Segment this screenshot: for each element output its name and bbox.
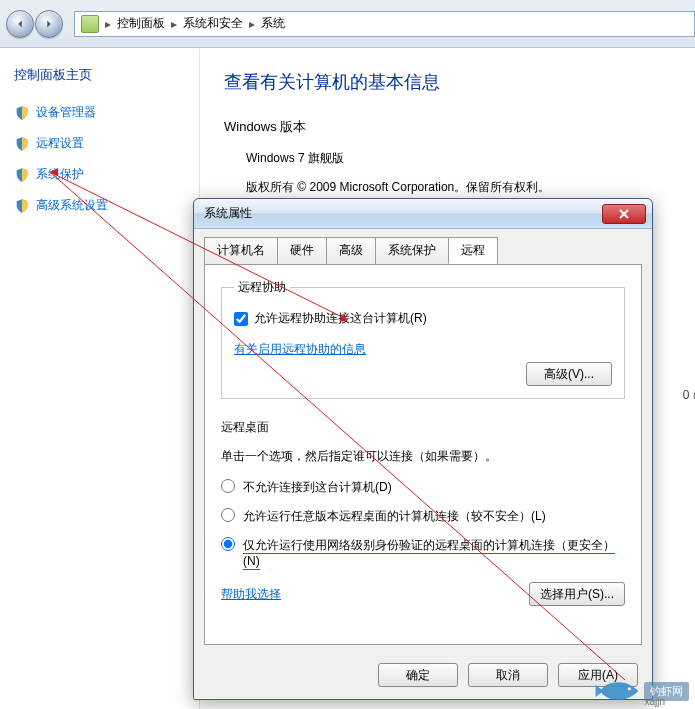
cancel-button[interactable]: 取消 [468,663,548,687]
sidebar-item-system-protection[interactable]: 系统保护 [14,166,185,183]
allow-remote-assist-checkbox[interactable] [234,312,248,326]
svg-point-4 [628,687,631,690]
watermark: 钓虾网 [594,677,689,705]
close-button[interactable] [602,204,646,224]
radio-allow-nla[interactable] [221,537,235,551]
remote-desktop-desc: 单击一个选项，然后指定谁可以连接（如果需要）。 [221,448,625,465]
crumb-system[interactable]: 系统 [261,15,285,32]
section-windows-edition: Windows 版本 [224,118,671,136]
back-button[interactable] [6,10,34,38]
shield-icon [14,105,30,121]
chevron-right-icon: ▸ [105,17,111,31]
control-panel-icon [81,15,99,33]
sidebar-item-advanced-settings[interactable]: 高级系统设置 [14,197,185,214]
remote-desktop-group: 远程桌面 单击一个选项，然后指定谁可以连接（如果需要）。 不允许连接到这台计算机… [221,419,625,606]
shield-icon [14,167,30,183]
sidebar-item-label: 系统保护 [36,166,84,183]
tab-system-protection[interactable]: 系统保护 [375,237,449,264]
sidebar-item-label: 设备管理器 [36,104,96,121]
remote-assist-advanced-button[interactable]: 高级(V)... [526,362,612,386]
radio-allow-any-label: 允许运行任意版本远程桌面的计算机连接（较不安全）(L) [243,508,625,525]
tab-hardware[interactable]: 硬件 [277,237,327,264]
ok-button[interactable]: 确定 [378,663,458,687]
truncated-text: 0 @ 2 [683,388,695,402]
sidebar-item-device-manager[interactable]: 设备管理器 [14,104,185,121]
dialog-title: 系统属性 [204,205,602,222]
radio-allow-any[interactable] [221,508,235,522]
sidebar: 控制面板主页 设备管理器 远程设置 系统保护 高级系统设置 [0,48,200,709]
radio-dont-allow[interactable] [221,479,235,493]
chevron-right-icon: ▸ [249,17,255,31]
close-icon [618,208,630,220]
remote-assistance-legend: 远程协助 [234,279,290,296]
tab-remote[interactable]: 远程 [448,237,498,264]
watermark-url: xajjn [644,696,665,707]
arrow-left-icon [13,17,27,31]
select-users-button[interactable]: 选择用户(S)... [529,582,625,606]
system-properties-dialog: 系统属性 计算机名 硬件 高级 系统保护 远程 远程协助 允许远程协助连接这台计… [193,198,653,700]
dialog-button-row: 确定 取消 应用(A) [194,655,652,699]
sidebar-item-remote-settings[interactable]: 远程设置 [14,135,185,152]
sidebar-item-label: 高级系统设置 [36,197,108,214]
allow-remote-assist-label: 允许远程协助连接这台计算机(R) [254,310,427,327]
radio-allow-nla-label: 仅允许运行使用网络级别身份验证的远程桌面的计算机连接（更安全）(N) [243,537,625,571]
tab-remote-panel: 远程协助 允许远程协助连接这台计算机(R) 有关启用远程协助的信息 高级(V).… [204,264,642,645]
edition-value: Windows 7 旗舰版 [246,150,671,167]
chevron-right-icon: ▸ [171,17,177,31]
dialog-tabs: 计算机名 硬件 高级 系统保护 远程 [194,229,652,264]
fish-icon [594,677,640,705]
help-me-choose-link[interactable]: 帮助我选择 [221,586,281,603]
radio-dont-allow-label: 不允许连接到这台计算机(D) [243,479,625,496]
crumb-control-panel[interactable]: 控制面板 [117,15,165,32]
crumb-system-security[interactable]: 系统和安全 [183,15,243,32]
explorer-navbar: ▸ 控制面板 ▸ 系统和安全 ▸ 系统 [0,0,695,48]
forward-button[interactable] [35,10,63,38]
remote-assistance-group: 远程协助 允许远程协助连接这台计算机(R) 有关启用远程协助的信息 高级(V).… [221,279,625,399]
arrow-right-icon [42,17,56,31]
sidebar-item-label: 远程设置 [36,135,84,152]
remote-assist-info-link[interactable]: 有关启用远程协助的信息 [234,341,612,358]
dialog-titlebar[interactable]: 系统属性 [194,199,652,229]
breadcrumb[interactable]: ▸ 控制面板 ▸ 系统和安全 ▸ 系统 [74,11,695,37]
shield-icon [14,198,30,214]
copyright-line: 版权所有 © 2009 Microsoft Corporation。保留所有权利… [246,179,671,196]
page-title: 查看有关计算机的基本信息 [224,70,671,94]
sidebar-heading[interactable]: 控制面板主页 [14,66,185,84]
shield-icon [14,136,30,152]
remote-desktop-legend: 远程桌面 [221,419,625,436]
tab-advanced[interactable]: 高级 [326,237,376,264]
tab-computer-name[interactable]: 计算机名 [204,237,278,264]
